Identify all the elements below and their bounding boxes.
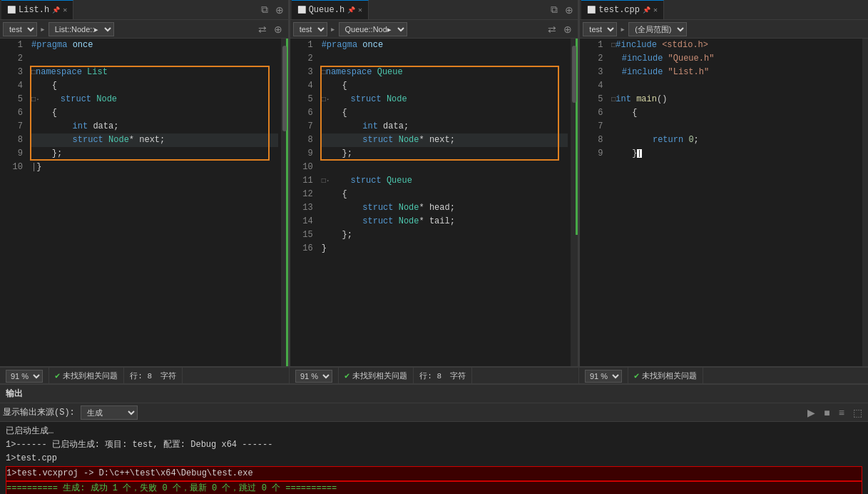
qcode-line-11: □· struct Queue (322, 174, 568, 188)
tcode-line-5: □int main() (611, 93, 859, 106)
breadcrumb-select-list-h[interactable]: List::Node::▸ (48, 22, 114, 36)
close-tab-list-h[interactable]: ✕ (63, 6, 67, 14)
file-icon-test-cpp: ⬜ (587, 6, 596, 14)
output-content[interactable]: 已启动生成… 1>------ 已启动生成: 项目: test, 配置: Deb… (0, 422, 868, 494)
status-row-list-h: 行: 8 字符 (124, 368, 183, 384)
qcode-line-14: struct Node* tail; (322, 215, 568, 228)
row-label-queue-h: 行: 8 (419, 370, 441, 381)
output-btn-grid[interactable]: ⬚ (850, 407, 865, 418)
status-zoom-test-cpp: 91 % (579, 368, 628, 384)
scrollbar-thumb-list-h[interactable] (282, 46, 287, 131)
status-ok-test-cpp: ✔ 未找到相关问题 (628, 368, 703, 384)
zoom-select-test-cpp[interactable]: 91 % (585, 370, 622, 383)
code-line-6: { (31, 106, 278, 120)
tab-actions-queue-h: ⧉ ⊕ (548, 4, 576, 16)
scrollbar-list-h[interactable] (281, 39, 288, 366)
qcode-line-8: struct Node* next; (322, 133, 568, 147)
status-ok-list-h: ✔ 未找到相关问题 (49, 368, 124, 384)
editor-toolbar-test-cpp: test ▸ (全局范围) (580, 20, 868, 39)
tab-label-list-h: List.h (19, 5, 49, 15)
zoom-select-queue-h[interactable]: 91 % (295, 370, 332, 383)
pin-icon: 📌 (52, 6, 60, 14)
context-select-test-cpp[interactable]: test (583, 22, 617, 36)
output-btn-stop[interactable]: ■ (821, 407, 832, 418)
output-line-3: 1>test.vcxproj -> D:\c++\test\x64\Debug\… (6, 466, 862, 481)
tcode-line-9: }| (611, 147, 859, 161)
status-zoom-list-h: 91 % (0, 368, 49, 384)
output-panel: 输出 显示输出来源(S): 生成 ▶ ■ ≡ ⬚ 已启动生成… 1>------… (0, 383, 868, 494)
plus-btn-list-h[interactable]: ⊕ (271, 24, 285, 35)
code-line-4: { (31, 79, 278, 93)
breadcrumb-sep-1: ▸ (40, 24, 46, 35)
tcode-line-1: □#include <stdio.h> (611, 39, 859, 52)
qcode-line-10 (322, 161, 568, 174)
close-tab-queue-h[interactable]: ✕ (358, 6, 362, 14)
plus-btn-queue-h[interactable]: ⊕ (561, 24, 575, 35)
status-text-queue-h: 未找到相关问题 (352, 370, 407, 381)
scrollbar-test-cpp[interactable] (862, 39, 868, 366)
scrollbar-thumb-queue-h[interactable] (572, 46, 576, 103)
col-label-list-h: 字符 (160, 370, 176, 381)
editor-pane-test-cpp: ⬜ test.cpp 📌 ✕ test ▸ (全局范围) 1 2 3 4 5 6 (580, 0, 868, 366)
file-icon-queue-h: ⬜ (297, 6, 306, 14)
status-ok-icon-test-cpp: ✔ (634, 370, 639, 381)
code-content-queue-h[interactable]: #pragma once □namespace Queue { □· struc… (319, 39, 571, 366)
tcode-line-6: { (611, 106, 859, 120)
tab-label-queue-h: Queue.h (309, 5, 344, 15)
breadcrumb-sep-2: ▸ (330, 24, 336, 35)
pin-icon-q: 📌 (347, 6, 355, 14)
scrollbar-queue-h[interactable] (571, 39, 578, 366)
line-numbers-queue-h: 1 2 3 4 5 6 7 8 9 10 11 12 13 14 15 16 (290, 39, 319, 366)
breadcrumb-select-queue-h[interactable]: Queue::Nod▸ (339, 22, 407, 36)
pin-icon-cpp: 📌 (643, 6, 650, 14)
tcode-line-2: #include "Queue.h" (611, 52, 859, 66)
qcode-line-1: #pragma once (322, 39, 568, 52)
editor-area: ⬜ List.h 📌 ✕ ⧉ ⊕ test ▸ List::Node::▸ ⇄ … (0, 0, 868, 366)
code-area-test-cpp[interactable]: 1 2 3 4 5 6 7 8 9 □#include <stdio.h> #i… (580, 39, 868, 366)
breadcrumb-sep-3: ▸ (620, 24, 626, 35)
output-btn-list[interactable]: ≡ (836, 407, 847, 418)
col-label-queue-h: 字符 (450, 370, 466, 381)
code-content-list-h[interactable]: #pragma once □namespace List { □· struct… (29, 39, 281, 366)
more-actions-btn-queue-h[interactable]: ⊕ (562, 4, 576, 16)
qcode-line-6: { (322, 106, 568, 120)
output-line-4: ========== 生成: 成功 1 个，失败 0 个，最新 0 个，跳过 0… (6, 481, 862, 494)
code-area-list-h[interactable]: 1 2 3 4 5 6 7 8 9 10 #pragma once □names… (0, 39, 288, 366)
code-line-3: □namespace List (31, 66, 278, 79)
code-line-10: |} (31, 161, 278, 174)
context-select-test-queue-h[interactable]: test (293, 22, 327, 36)
qcode-line-13: struct Node* head; (322, 201, 568, 215)
tab-queue-h[interactable]: ⬜ Queue.h 📌 ✕ (292, 0, 369, 19)
sync-btn-list-h[interactable]: ⇄ (255, 24, 270, 35)
output-source-label: 显示输出来源(S): (3, 406, 75, 418)
breadcrumb-select-test-cpp[interactable]: (全局范围) (628, 22, 687, 36)
tab-bar-test-cpp: ⬜ test.cpp 📌 ✕ (580, 0, 868, 20)
status-bar-list-h: 91 % ✔ 未找到相关问题 行: 8 字符 (0, 367, 290, 384)
output-btn-play[interactable]: ▶ (805, 407, 818, 418)
tcode-line-4 (611, 79, 859, 93)
qcode-line-3: □namespace Queue (322, 66, 568, 79)
tab-list-h[interactable]: ⬜ List.h 📌 ✕ (1, 0, 73, 19)
qcode-line-7: int data; (322, 120, 568, 133)
tab-bar-queue-h: ⬜ Queue.h 📌 ✕ ⧉ ⊕ (290, 0, 578, 20)
sync-btn-queue-h[interactable]: ⇄ (545, 24, 559, 35)
context-select-test-list-h[interactable]: test (3, 22, 37, 36)
split-editor-btn-queue-h[interactable]: ⧉ (548, 4, 561, 16)
output-panel-header: 输出 (0, 385, 868, 403)
editor-toolbar-list-h: test ▸ List::Node::▸ ⇄ ⊕ (0, 20, 288, 39)
status-text-test-cpp: 未找到相关问题 (642, 370, 697, 381)
split-editor-btn-list-h[interactable]: ⧉ (258, 4, 271, 16)
status-text-list-h: 未找到相关问题 (63, 370, 118, 381)
zoom-select-list-h[interactable]: 91 % (6, 370, 43, 383)
output-source-select[interactable]: 生成 (81, 405, 138, 420)
toolbar-right-list-h: ⇄ ⊕ (255, 24, 285, 35)
code-area-queue-h[interactable]: 1 2 3 4 5 6 7 8 9 10 11 12 13 14 15 16 # (290, 39, 578, 366)
status-ok-icon-list-h: ✔ (55, 370, 60, 381)
close-tab-test-cpp[interactable]: ✕ (653, 6, 658, 14)
tab-test-cpp[interactable]: ⬜ test.cpp 📌 ✕ (581, 0, 664, 19)
output-toolbar: 显示输出来源(S): 生成 ▶ ■ ≡ ⬚ (0, 403, 868, 422)
code-content-test-cpp[interactable]: □#include <stdio.h> #include "Queue.h" #… (608, 39, 862, 366)
code-line-9: }; (31, 147, 278, 161)
more-actions-btn-list-h[interactable]: ⊕ (272, 4, 287, 16)
toolbar-right-queue-h: ⇄ ⊕ (545, 24, 575, 35)
